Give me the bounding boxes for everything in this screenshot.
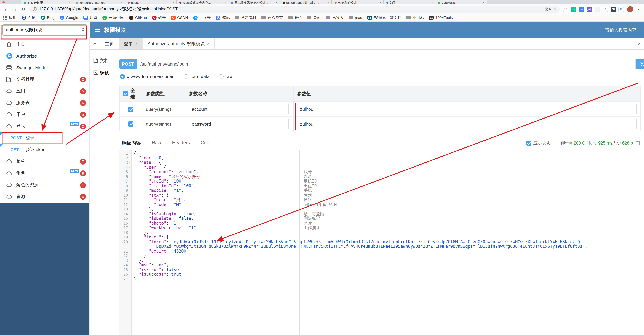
sidebar-item[interactable]: 登录NEW2 xyxy=(0,120,89,132)
line-number[interactable]: 18 xyxy=(119,230,132,235)
sidebar-item[interactable]: 应用5 xyxy=(0,85,89,97)
bookmark-item[interactable]: ◥百度云 xyxy=(193,15,211,20)
line-number[interactable]: 20 xyxy=(119,240,132,244)
line-number[interactable]: 2 xyxy=(119,156,132,160)
tab-close-icon[interactable]: × xyxy=(224,1,226,4)
sidebar-item[interactable]: Swagger Models xyxy=(0,62,89,74)
line-number[interactable]: 24 xyxy=(119,263,132,268)
param-name-input[interactable] xyxy=(189,104,289,114)
bookmark-item[interactable]: 译翻译 xyxy=(83,15,97,20)
response-tab[interactable]: 响应内容 xyxy=(122,140,141,146)
sidebar-item[interactable]: 用户9 xyxy=(0,109,89,120)
bookmark-item[interactable]: 百百度 xyxy=(22,15,36,20)
translate-ext-icon[interactable]: 译 xyxy=(579,6,584,12)
param-value-input[interactable] xyxy=(297,119,637,129)
param-value-input[interactable] xyxy=(297,104,637,114)
line-number[interactable]: 26 xyxy=(119,272,132,277)
tabs-collapse-right-icon[interactable]: » xyxy=(634,38,644,49)
bookmark-item[interactable]: 记笔记 xyxy=(216,15,230,20)
profile-avatar[interactable] xyxy=(627,6,633,12)
browser-tab[interactable]: 知乎× xyxy=(384,0,435,4)
tab-close-icon[interactable]: × xyxy=(483,1,485,4)
content-type-radio[interactable]: form-data xyxy=(184,74,210,79)
bookmark-item[interactable]: 微信 xyxy=(288,15,302,20)
line-number[interactable]: 15 xyxy=(119,216,132,221)
browser-menu-icon[interactable]: ⋮ xyxy=(636,7,640,12)
fullscreen-icon[interactable] xyxy=(636,141,640,145)
bookmark-item[interactable]: CCSDN xyxy=(171,15,188,20)
browser-tab[interactable]: 购物车的设计...× xyxy=(332,0,384,4)
bookmark-item[interactable]: C开源中国 xyxy=(102,15,124,20)
line-number[interactable]: 9 xyxy=(119,188,132,193)
content-type-radio[interactable]: raw xyxy=(218,74,233,79)
line-number[interactable]: 8 xyxy=(119,184,132,188)
line-number[interactable]: 27 xyxy=(119,277,132,282)
tabs-collapse-left-icon[interactable]: « xyxy=(90,38,100,49)
tab-close-icon[interactable]: × xyxy=(328,1,330,4)
tab-close-icon[interactable]: × xyxy=(379,1,381,4)
browser-tab[interactable]: temporary-Interior...× xyxy=(73,0,125,4)
sidebar-item[interactable]: 菜单7 xyxy=(0,156,89,167)
line-number[interactable]: 16 xyxy=(119,221,132,226)
browser-tab[interactable]: redis设置多少内存...× xyxy=(176,0,228,4)
bookmark-item[interactable]: 什么都有 xyxy=(262,15,283,20)
sidebar-item[interactable]: 角色的资源1 xyxy=(0,179,89,191)
content-tab[interactable]: Authorize-authority-权限模块× xyxy=(143,38,215,49)
nav-debug[interactable]: 调试 xyxy=(90,67,116,79)
sidebar-api-get[interactable]: GET验证token xyxy=(0,144,89,156)
line-number[interactable]: 14 xyxy=(119,212,132,216)
address-bar[interactable]: i 127.0.0.1:8760/api/gate/doc.html#/auth… xyxy=(29,6,560,13)
bookmark-item[interactable]: GitHub xyxy=(129,15,147,20)
line-number[interactable]: 1▾ xyxy=(119,151,132,156)
select-all-checkbox[interactable] xyxy=(123,91,128,96)
line-number[interactable]: 11 xyxy=(119,198,132,202)
line-number[interactable]: 3▾ xyxy=(119,160,132,165)
screenshot-icon[interactable]: ✂ xyxy=(563,6,568,12)
line-number[interactable] xyxy=(119,244,132,249)
line-number[interactable]: 23 xyxy=(119,258,132,263)
line-number[interactable]: 4▾ xyxy=(119,165,132,170)
browser-tab[interactable]: hbase× xyxy=(125,0,176,4)
param-name-input[interactable] xyxy=(189,119,289,129)
pinwheel-icon[interactable]: ✱ xyxy=(618,6,624,12)
sidebar-item[interactable]: Authorize xyxy=(0,50,89,62)
line-number[interactable]: 10▾ xyxy=(119,193,132,198)
show-desc-checkbox[interactable] xyxy=(526,140,532,146)
sidebar-item[interactable]: 主页 xyxy=(0,38,89,50)
translate-icon[interactable]: 文A xyxy=(545,7,551,12)
tab-close-icon[interactable]: × xyxy=(172,1,174,4)
bookmark-item[interactable]: ESES搜索引擎文档 xyxy=(367,15,401,20)
line-number[interactable]: 5 xyxy=(119,170,132,174)
bookmark-item[interactable]: mac xyxy=(349,15,362,20)
jsp-icon[interactable]: jsp xyxy=(587,6,592,12)
bookmark-star-icon[interactable]: ☆ xyxy=(553,7,556,11)
tab-close-icon[interactable]: × xyxy=(69,1,71,4)
bookmark-item[interactable]: 公司 xyxy=(307,15,321,20)
tab-close-icon[interactable]: × xyxy=(207,42,210,46)
back-button[interactable]: ← xyxy=(4,6,9,12)
bookmark-item[interactable]: GGoogle xyxy=(60,15,78,20)
line-number[interactable]: 12 xyxy=(119,202,132,207)
response-tab[interactable]: Curl xyxy=(201,140,210,146)
sidebar-item[interactable]: 文档管理3 xyxy=(0,74,89,85)
close-window-button[interactable] xyxy=(2,1,5,4)
sidebar-item[interactable]: 资源6 xyxy=(0,191,89,202)
line-number[interactable]: 13 xyxy=(119,207,132,212)
browser-tab[interactable]: 日志收集系统架构设计...× xyxy=(228,0,280,4)
line-number[interactable]: 22 xyxy=(119,254,132,258)
line-number[interactable]: 7 xyxy=(119,179,132,184)
header-search-input[interactable]: 请输入搜索内容 xyxy=(605,27,636,34)
tab-close-icon[interactable]: × xyxy=(120,1,122,4)
row-checkbox[interactable] xyxy=(128,121,134,126)
shield-icon[interactable]: ◇ xyxy=(602,6,608,12)
nav-doc[interactable]: 文档 xyxy=(90,54,116,67)
line-number[interactable]: 17 xyxy=(119,226,132,230)
tab-close-icon[interactable]: × xyxy=(135,42,138,46)
bookmark-item[interactable]: 应用 xyxy=(4,15,16,20)
menu-toggle-icon[interactable] xyxy=(94,28,100,33)
line-number[interactable]: 19▾ xyxy=(119,235,132,240)
tab-close-icon[interactable]: × xyxy=(276,1,278,4)
tab-close-icon[interactable]: × xyxy=(431,1,433,4)
line-number[interactable]: 6 xyxy=(119,174,132,179)
line-number[interactable]: 21 xyxy=(119,249,132,254)
